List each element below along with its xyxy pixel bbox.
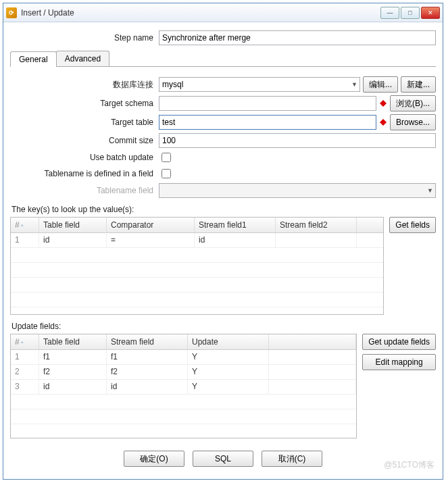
window-buttons: — □ ✕ <box>380 7 440 19</box>
col-header-streamfield2[interactable]: Stream field2 <box>276 218 357 232</box>
table-row[interactable]: 3ididY <box>11 380 356 395</box>
browse-schema-button[interactable]: 浏览(B)... <box>390 95 436 111</box>
updates-section-label: Update fields: <box>11 322 436 331</box>
sort-asc-icon: ^ <box>21 223 24 229</box>
commit-size-label: Commit size <box>10 136 159 145</box>
dialog-content: Step name General Advanced 数据库连接 ▼ 编辑...… <box>3 22 443 479</box>
watermark: @51CTO博客 <box>384 459 435 471</box>
new-connection-button[interactable]: 新建... <box>401 76 436 93</box>
target-table-label: Target table <box>10 118 159 127</box>
edit-connection-button[interactable]: 编辑... <box>363 76 398 93</box>
browse-table-button[interactable]: Browse... <box>390 114 436 130</box>
keys-section-label: The key(s) to look up the value(s): <box>11 205 436 214</box>
col-header-update[interactable]: Update <box>188 334 269 349</box>
batch-update-checkbox[interactable] <box>162 153 171 162</box>
minimize-button[interactable]: — <box>380 7 399 19</box>
tablename-field-label: Tablename field <box>10 186 159 195</box>
keys-table[interactable]: #^ Table field Comparator Stream field1 … <box>10 217 384 315</box>
tablename-infield-label: Tablename is defined in a field <box>10 169 159 178</box>
table-row[interactable]: 1f1f1Y <box>11 350 356 365</box>
close-button[interactable]: ✕ <box>421 7 440 19</box>
col-header-idx[interactable]: #^ <box>11 334 39 349</box>
window-title: Insert / Update <box>21 8 380 18</box>
updates-table[interactable]: #^ Table field Stream field Update 1f1f1… <box>10 334 357 438</box>
titlebar: ⟳ Insert / Update — □ ✕ <box>3 3 443 22</box>
step-name-label: Step name <box>10 33 159 43</box>
target-table-input[interactable] <box>159 115 376 130</box>
tab-bar: General Advanced <box>10 51 436 67</box>
table-row[interactable]: 2f2f2Y <box>11 365 356 380</box>
svg-marker-0 <box>380 100 387 107</box>
edit-mapping-button[interactable]: Edit mapping <box>362 354 436 370</box>
tab-general[interactable]: General <box>10 51 57 67</box>
target-schema-label: Target schema <box>10 99 159 108</box>
cancel-button[interactable]: 取消(C) <box>262 451 322 467</box>
svg-marker-1 <box>380 119 387 126</box>
sort-asc-icon: ^ <box>21 340 24 346</box>
col-header-streamfield1[interactable]: Stream field1 <box>195 218 276 232</box>
commit-size-input[interactable] <box>159 133 436 148</box>
app-icon: ⟳ <box>6 7 17 18</box>
dialog-window: ⟳ Insert / Update — □ ✕ Step name Genera… <box>3 3 443 480</box>
col-header-tablefield[interactable]: Table field <box>39 218 107 232</box>
ok-button[interactable]: 确定(O) <box>124 451 184 467</box>
target-schema-input[interactable] <box>159 96 376 111</box>
get-update-fields-button[interactable]: Get update fields <box>362 334 436 350</box>
tablename-field-select <box>159 183 436 198</box>
col-header-streamfield[interactable]: Stream field <box>107 334 188 349</box>
sql-button[interactable]: SQL <box>193 451 253 467</box>
db-connection-label: 数据库连接 <box>10 79 159 91</box>
col-header-idx[interactable]: #^ <box>11 218 39 232</box>
maximize-button[interactable]: □ <box>401 7 420 19</box>
db-connection-select[interactable] <box>159 77 360 92</box>
col-header-comparator[interactable]: Comparator <box>107 218 195 232</box>
tablename-infield-checkbox[interactable] <box>162 169 171 178</box>
diamond-icon <box>379 118 387 127</box>
get-fields-button[interactable]: Get fields <box>389 217 436 233</box>
step-name-input[interactable] <box>159 30 436 45</box>
tab-advanced[interactable]: Advanced <box>56 51 109 66</box>
table-row[interactable]: 1id=id <box>11 233 383 248</box>
diamond-icon <box>379 99 387 108</box>
col-spacer <box>269 334 356 349</box>
batch-update-label: Use batch update <box>10 153 159 162</box>
col-header-tablefield[interactable]: Table field <box>39 334 107 349</box>
